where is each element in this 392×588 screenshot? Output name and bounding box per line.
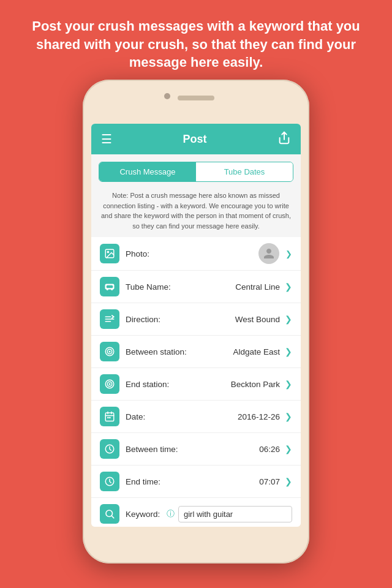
tube-name-icon bbox=[100, 277, 119, 296]
end-time-label: End time: bbox=[126, 477, 259, 486]
svg-point-5 bbox=[107, 288, 108, 290]
svg-rect-21 bbox=[109, 417, 110, 418]
direction-icon bbox=[100, 309, 119, 329]
date-chevron: ❯ bbox=[285, 412, 292, 421]
between-station-icon bbox=[100, 342, 119, 361]
between-time-value: 06:26 bbox=[259, 445, 280, 454]
svg-point-6 bbox=[111, 288, 113, 290]
app-title: Post bbox=[183, 133, 206, 146]
form-row-end-station[interactable]: End station: Beckton Park ❯ bbox=[91, 368, 301, 401]
end-station-chevron: ❯ bbox=[285, 379, 292, 389]
between-station-label: Between station: bbox=[126, 347, 233, 356]
keyword-icon bbox=[100, 504, 119, 524]
phone-camera bbox=[164, 93, 170, 99]
svg-point-2 bbox=[107, 251, 108, 252]
photo-label: Photo: bbox=[126, 249, 258, 258]
tube-name-value: Central Line bbox=[235, 282, 280, 292]
between-station-chevron: ❯ bbox=[285, 347, 292, 356]
svg-rect-4 bbox=[107, 285, 113, 288]
end-station-label: End station: bbox=[126, 380, 231, 389]
keyword-input[interactable] bbox=[178, 506, 292, 522]
date-icon bbox=[100, 407, 119, 426]
app-header: ☰ Post bbox=[91, 124, 301, 154]
tab-tube-dates[interactable]: Tube Dates bbox=[196, 162, 293, 181]
keyword-label: Keyword: bbox=[126, 510, 167, 519]
direction-value: West Bound bbox=[235, 315, 280, 324]
form-row-tube-name[interactable]: Tube Name: Central Line ❯ bbox=[91, 271, 301, 303]
end-time-value: 07:07 bbox=[259, 477, 280, 486]
tube-name-label: Tube Name: bbox=[126, 282, 235, 292]
form-row-between-time[interactable]: Between time: 06:26 ❯ bbox=[91, 433, 301, 466]
end-time-icon bbox=[100, 472, 119, 491]
end-station-value: Beckton Park bbox=[231, 380, 280, 389]
between-station-value: Aldgate East bbox=[233, 347, 280, 356]
end-time-chevron: ❯ bbox=[285, 477, 292, 486]
header-text: Post your crush messages with a keyword … bbox=[0, 0, 392, 84]
date-label: Date: bbox=[126, 412, 238, 421]
tab-crush-message[interactable]: Crush Message bbox=[99, 162, 196, 181]
phone-screen: ☰ Post Crush Message Tube Dates Note: Po… bbox=[91, 124, 301, 527]
tab-bar: Crush Message Tube Dates bbox=[99, 162, 293, 182]
direction-chevron: ❯ bbox=[285, 314, 292, 324]
phone-shell: ☰ Post Crush Message Tube Dates Note: Po… bbox=[83, 80, 309, 564]
svg-point-15 bbox=[109, 383, 111, 385]
between-time-label: Between time: bbox=[126, 445, 259, 454]
form-row-end-time[interactable]: End time: 07:07 ❯ bbox=[91, 466, 301, 498]
svg-point-12 bbox=[109, 351, 111, 353]
form-row-keyword: Keyword: ⓘ bbox=[91, 498, 301, 527]
end-station-icon bbox=[100, 374, 119, 394]
phone-speaker bbox=[178, 96, 214, 100]
between-time-icon bbox=[100, 439, 119, 459]
form-row-date[interactable]: Date: 2016-12-26 ❯ bbox=[91, 401, 301, 433]
note-text: Note: Post a crush message here also kno… bbox=[91, 187, 301, 237]
date-value: 2016-12-26 bbox=[238, 412, 280, 421]
svg-rect-20 bbox=[107, 417, 108, 418]
between-time-chevron: ❯ bbox=[285, 444, 292, 454]
svg-line-25 bbox=[111, 516, 113, 518]
keyword-info-icon[interactable]: ⓘ bbox=[167, 508, 175, 519]
photo-chevron: ❯ bbox=[285, 249, 292, 258]
hamburger-icon[interactable]: ☰ bbox=[101, 132, 112, 146]
form-row-photo[interactable]: Photo: ❯ bbox=[91, 237, 301, 271]
share-icon[interactable] bbox=[277, 131, 291, 148]
avatar bbox=[258, 243, 279, 264]
tube-name-chevron: ❯ bbox=[285, 282, 292, 292]
form-row-direction[interactable]: Direction: West Bound ❯ bbox=[91, 303, 301, 336]
direction-label: Direction: bbox=[126, 315, 235, 324]
photo-icon bbox=[100, 244, 119, 263]
form-row-between-station[interactable]: Between station: Aldgate East ❯ bbox=[91, 336, 301, 368]
